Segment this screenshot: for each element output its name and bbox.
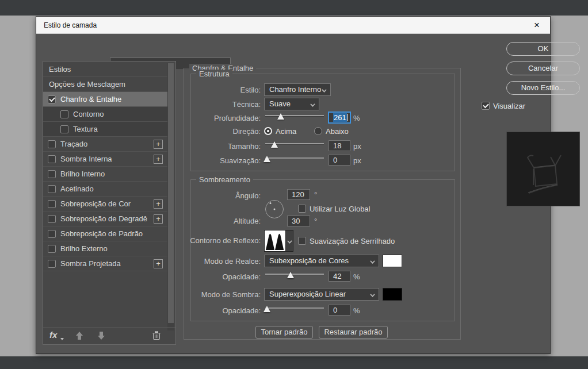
opacidade-sombra-field[interactable]: 0	[329, 305, 350, 316]
novo-estilo-button[interactable]: Novo Estilo...	[506, 81, 580, 95]
checkbox-icon[interactable]	[48, 260, 56, 268]
modo-realce-label: Modo de Realce:	[173, 257, 261, 266]
estrutura-title: Estrutura	[196, 70, 232, 78]
cancelar-button[interactable]: Cancelar	[506, 62, 580, 75]
tamanho-label: Tamanho:	[173, 142, 261, 151]
sidebar-item-sobreposicao-de-degrade[interactable]: Sobreposição de Degradê+	[43, 212, 167, 226]
checkbox-icon[interactable]	[48, 215, 56, 223]
chevron-down-icon	[370, 292, 375, 297]
ok-button[interactable]: OK	[506, 42, 580, 56]
slider-thumb[interactable]	[271, 141, 278, 148]
layer-style-dialog: Estilo de camada × Nome: Superfície Esti…	[36, 16, 551, 354]
tecnica-label: Técnica:	[173, 100, 261, 109]
sidebar-item-sombra-projetada[interactable]: Sombra Projetada+	[43, 256, 167, 271]
plus-icon[interactable]: +	[154, 199, 163, 209]
profundidade-slider[interactable]	[265, 112, 324, 120]
checkbox-icon[interactable]	[48, 245, 56, 253]
opacidade-realce-slider[interactable]	[265, 271, 324, 279]
luz-global-checkbox[interactable]	[298, 205, 306, 213]
move-down-icon[interactable]	[97, 331, 105, 340]
direcao-abaixo-radio[interactable]	[314, 127, 322, 135]
altitude-unit: °	[314, 217, 317, 225]
checkbox-icon[interactable]	[60, 125, 68, 133]
sidebar-item-acetinado[interactable]: Acetinado	[43, 182, 167, 197]
suavizacao-field[interactable]: 0	[329, 155, 350, 166]
visualizar-label[interactable]: Visualizar	[493, 102, 525, 110]
sidebar-item-opcoes-de-mesclagem[interactable]: Opções de Mesclagem	[43, 77, 167, 92]
realce-color-swatch[interactable]	[383, 255, 402, 267]
plus-icon[interactable]: +	[154, 259, 163, 268]
estilo-label: Estilo:	[173, 86, 261, 94]
preview-emboss-icon	[507, 132, 579, 206]
tecnica-dropdown[interactable]: Suave	[264, 98, 319, 110]
slider-thumb[interactable]	[264, 306, 270, 312]
sidebar-item-contorno[interactable]: Contorno	[43, 107, 167, 122]
sombra-color-swatch[interactable]	[383, 288, 402, 301]
contour-dropdown-strip[interactable]	[286, 230, 293, 252]
suavizacao-slider[interactable]	[265, 155, 324, 163]
checkbox-icon[interactable]	[48, 230, 56, 238]
sidebar-item-sobreposicao-de-padrao[interactable]: Sobreposição de Padrão	[43, 226, 167, 241]
estilo-dropdown[interactable]: Chanfro Interno	[264, 83, 331, 96]
move-up-icon[interactable]	[75, 331, 83, 340]
direcao-acima-label[interactable]: Acima	[276, 127, 296, 136]
close-icon[interactable]: ×	[529, 18, 544, 33]
plus-icon[interactable]: +	[154, 214, 163, 224]
direcao-abaixo-label[interactable]: Abaixo	[326, 127, 349, 136]
contour-thumbnail-icon[interactable]	[264, 230, 286, 252]
sombreamento-title: Sombreamento	[196, 175, 253, 184]
sidebar-footer: fx	[43, 327, 175, 344]
plus-icon[interactable]: +	[154, 140, 163, 149]
sidebar-item-brilho-interno[interactable]: Brilho Interno	[43, 167, 167, 182]
suavizacao-label: Suavização:	[173, 156, 261, 165]
checkbox-icon[interactable]	[48, 200, 56, 208]
fx-icon[interactable]: fx	[49, 330, 57, 340]
slider-thumb[interactable]	[264, 156, 270, 162]
sidebar-item-tracado[interactable]: Traçado+	[43, 137, 167, 152]
visualizar-checkbox[interactable]	[482, 102, 490, 110]
serrilhado-checkbox[interactable]	[298, 237, 306, 245]
fx-menu-caret-icon	[60, 338, 64, 340]
sidebar-item-textura[interactable]: Textura	[43, 122, 167, 137]
suavizacao-unit: px	[353, 156, 361, 165]
restaurar-padrao-button[interactable]: Restaurar padrão	[319, 326, 388, 339]
gloss-contour-picker[interactable]	[264, 230, 293, 252]
sidebar-item-sombra-interna[interactable]: Sombra Interna+	[43, 152, 167, 167]
slider-thumb[interactable]	[277, 113, 284, 120]
checkbox-icon[interactable]	[48, 95, 56, 103]
checkbox-icon[interactable]	[48, 185, 56, 193]
opacidade-sombra-slider[interactable]	[265, 305, 324, 313]
chevron-down-icon	[370, 259, 375, 263]
styles-list: Estilos Opções de Mesclagem Chanfro & En…	[43, 62, 167, 271]
profundidade-unit: %	[353, 114, 360, 122]
trash-icon[interactable]	[152, 330, 161, 340]
angle-dial[interactable]	[265, 199, 284, 219]
plus-icon[interactable]: +	[154, 155, 163, 164]
tamanho-slider[interactable]	[265, 140, 324, 148]
checkbox-icon[interactable]	[48, 170, 56, 178]
tamanho-field[interactable]: 18	[329, 140, 350, 151]
profundidade-field[interactable]: 261	[329, 112, 350, 123]
dialog-titlebar[interactable]: Estilo de camada ×	[36, 17, 550, 34]
direcao-acima-radio[interactable]	[264, 127, 272, 135]
sidebar-item-brilho-externo[interactable]: Brilho Externo	[43, 241, 167, 256]
contorno-reflexo-label: Contorno de Reflexo:	[173, 236, 261, 245]
checkbox-icon[interactable]	[60, 110, 68, 118]
angulo-field[interactable]: 120	[287, 189, 310, 200]
serrilhado-label[interactable]: Suavização de Serrilhado	[310, 237, 395, 245]
angulo-label: Ângulo:	[173, 191, 261, 200]
altitude-field[interactable]: 30	[287, 216, 310, 226]
checkbox-icon[interactable]	[48, 155, 56, 163]
luz-global-label[interactable]: Utilizar Luz Global	[310, 205, 371, 213]
opacidade-realce-field[interactable]: 42	[329, 271, 350, 282]
modo-realce-dropdown[interactable]: Subexposição de Cores	[264, 255, 379, 267]
sidebar-item-estilos[interactable]: Estilos	[43, 62, 167, 77]
sidebar-item-sobreposicao-de-cor[interactable]: Sobreposição de Cor+	[43, 197, 167, 212]
checkbox-icon[interactable]	[48, 140, 56, 148]
modo-sombra-dropdown[interactable]: Superexposição Linear	[264, 288, 379, 301]
text-caret	[347, 114, 348, 121]
slider-thumb[interactable]	[287, 272, 294, 278]
tornar-padrao-button[interactable]: Tornar padrão	[255, 326, 313, 339]
styles-sidebar: Estilos Opções de Mesclagem Chanfro & En…	[43, 61, 176, 345]
sidebar-item-chanfro-entalhe[interactable]: Chanfro & Entalhe	[43, 92, 167, 107]
